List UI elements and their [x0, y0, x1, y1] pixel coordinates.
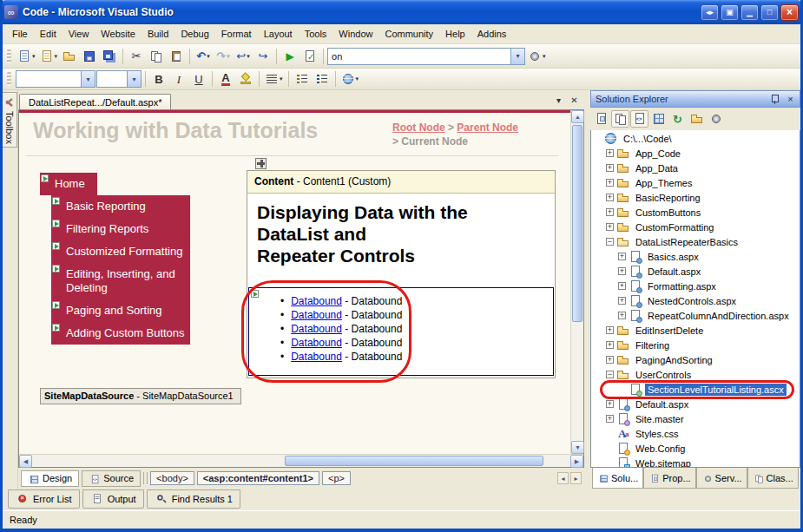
menu-item-build[interactable]: Build [142, 26, 174, 42]
bulleted-list-button[interactable] [313, 70, 332, 88]
font-color-button[interactable]: A [216, 70, 235, 88]
vertical-scroll-track[interactable] [571, 123, 583, 441]
validate-document-button[interactable] [300, 48, 319, 65]
move-handle-icon[interactable] [255, 158, 267, 169]
combo-dropdown-icon[interactable]: ▾ [81, 71, 95, 87]
smart-tag-icon[interactable] [52, 324, 60, 332]
content-placeholder[interactable]: Content - Content1 (Custom) Displaying D… [247, 170, 556, 378]
new-project-button[interactable]: ▾ [16, 48, 37, 65]
tree-item[interactable]: Styles.css [591, 426, 800, 441]
tree-expander-icon[interactable]: + [606, 164, 614, 172]
target-schema-combo[interactable]: on▾ [327, 48, 525, 65]
view-code-button[interactable] [630, 110, 648, 128]
menu-item-debug[interactable]: Debug [174, 26, 214, 42]
smart-tag-icon[interactable] [52, 242, 60, 250]
tree-expander-icon[interactable]: + [606, 415, 614, 423]
copy-button[interactable] [147, 48, 166, 65]
alignment-button[interactable]: ▾ [263, 70, 285, 88]
menu-item-file[interactable]: File [6, 26, 34, 42]
tree-item[interactable]: +App_Data [591, 161, 800, 175]
panel-tab-clas[interactable]: Clas... [747, 468, 799, 489]
content-placeholder-header[interactable]: Content - Content1 (Custom) [247, 171, 555, 194]
nav-item-editing-inserting-and-deleting[interactable]: Editing, Inserting, and Deleting [51, 263, 190, 299]
nav-item-basic-reporting[interactable]: Basic Reporting [51, 195, 190, 218]
nav-item-customized-formatting[interactable]: Customized Formatting [51, 240, 190, 263]
navigate-backward-button[interactable]: ↩▾ [234, 48, 253, 65]
menu-item-edit[interactable]: Edit [34, 26, 63, 42]
menu-item-window[interactable]: Window [332, 26, 378, 42]
dock-arrows-button[interactable]: ◂▸ [701, 4, 719, 21]
tree-item[interactable]: +App_Code [591, 146, 800, 161]
tree-item[interactable]: +Default.aspx [591, 264, 800, 279]
tree-expander-icon[interactable]: + [606, 208, 614, 216]
tag-chip[interactable]: <p> [322, 471, 351, 485]
tree-expander-icon[interactable]: + [606, 149, 614, 157]
databound-link[interactable]: Databound [291, 295, 342, 307]
font-name-combo[interactable]: ▾ [96, 70, 142, 88]
tree-item[interactable]: +CustomFormatting [591, 220, 800, 234]
smart-tag-icon[interactable] [52, 197, 60, 205]
properties-button[interactable] [592, 110, 610, 128]
menu-item-community[interactable]: Community [378, 26, 439, 42]
save-all-button[interactable] [100, 48, 119, 65]
tag-scroll-left-icon[interactable]: ◂ [557, 472, 569, 484]
close-panel-icon[interactable]: × [784, 93, 797, 106]
block-format-combo[interactable]: ▾ [16, 70, 95, 88]
tree-item[interactable]: +Default.aspx [591, 397, 800, 411]
tree-item[interactable]: Web.sitemap [591, 456, 800, 468]
source-view-tab[interactable]: Source [82, 470, 141, 487]
combo-dropdown-icon[interactable]: ▾ [127, 71, 141, 87]
paste-button[interactable] [167, 48, 186, 65]
sitemapdatasource-control[interactable]: SiteMapDataSource - SiteMapDataSource1 [40, 388, 241, 404]
smart-tag-icon[interactable] [52, 265, 60, 273]
breadcrumb-link-root[interactable]: Root Node [392, 122, 445, 134]
tree-expander-icon[interactable]: + [606, 400, 614, 408]
highlight-button[interactable] [236, 70, 255, 88]
cut-button[interactable]: ✂ [127, 48, 146, 65]
aspnet-configuration-button[interactable] [707, 110, 725, 128]
tree-expander-icon[interactable]: − [606, 371, 614, 378]
horizontal-scrollbar[interactable]: ◀ ▶ [19, 454, 583, 467]
vertical-scrollbar[interactable]: ▲ ▼ [570, 110, 583, 454]
undo-button[interactable]: ↶▾ [194, 48, 213, 65]
tree-expander-icon[interactable]: + [606, 194, 614, 201]
panel-splitter[interactable] [584, 90, 590, 489]
tag-chip[interactable]: <asp:content#content1> [197, 471, 319, 485]
databound-link[interactable]: Databound [291, 351, 342, 363]
nav-item-filtering-reports[interactable]: Filtering Reports [51, 218, 190, 240]
databound-link[interactable]: Databound [291, 309, 342, 321]
bold-button[interactable]: B [149, 70, 168, 88]
design-surface[interactable]: Working with Data Tutorials Root Node > … [19, 110, 570, 454]
nav-item-paging-and-sorting[interactable]: Paging and Sorting [51, 299, 190, 322]
tree-item[interactable]: +RepeatColumnAndDirection.aspx [591, 308, 800, 323]
vertical-scroll-thumb[interactable] [572, 125, 583, 322]
smart-tag-icon[interactable] [251, 290, 259, 298]
toolbar-grip[interactable] [7, 49, 11, 63]
tree-expander-icon[interactable]: + [606, 179, 614, 187]
minimize-button[interactable]: ▁ [740, 4, 759, 21]
save-button[interactable] [80, 48, 99, 65]
document-tab[interactable]: DataListRepeat.../Default.aspx* [19, 94, 171, 109]
navigate-forward-button[interactable]: ↪ [253, 48, 273, 65]
view-designer-button[interactable] [649, 110, 668, 128]
horizontal-scroll-thumb[interactable] [285, 456, 543, 466]
bottom-tab-find-results-1[interactable]: Find Results 1 [147, 489, 240, 509]
close-button[interactable]: × [780, 4, 799, 21]
tree-item[interactable]: +NestedControls.aspx [591, 293, 800, 308]
menu-item-addins[interactable]: Addins [471, 26, 513, 42]
tree-expander-icon[interactable]: − [606, 238, 614, 246]
pin-icon[interactable] [768, 93, 781, 106]
hyperlink-button[interactable]: ▾ [339, 70, 361, 88]
add-new-item-button[interactable]: ▾ [38, 48, 60, 65]
tree-expander-icon[interactable]: + [606, 326, 614, 334]
refresh-button[interactable]: ↻ [668, 110, 687, 128]
tree-item[interactable]: Web.Config [591, 441, 800, 456]
title-bar[interactable]: ∞ Code - Microsoft Visual Studio ◂▸▣▁□× [0, 0, 803, 24]
menu-item-layout[interactable]: Layout [258, 26, 299, 42]
tree-item[interactable]: −UserControls [591, 367, 800, 382]
horizontal-scroll-track[interactable] [32, 455, 570, 467]
italic-button[interactable]: I [169, 70, 188, 88]
tree-expander-icon[interactable]: + [606, 341, 614, 349]
tree-item[interactable]: C:\...\Code\ [591, 131, 800, 146]
tree-item[interactable]: +Formatting.aspx [591, 279, 800, 293]
